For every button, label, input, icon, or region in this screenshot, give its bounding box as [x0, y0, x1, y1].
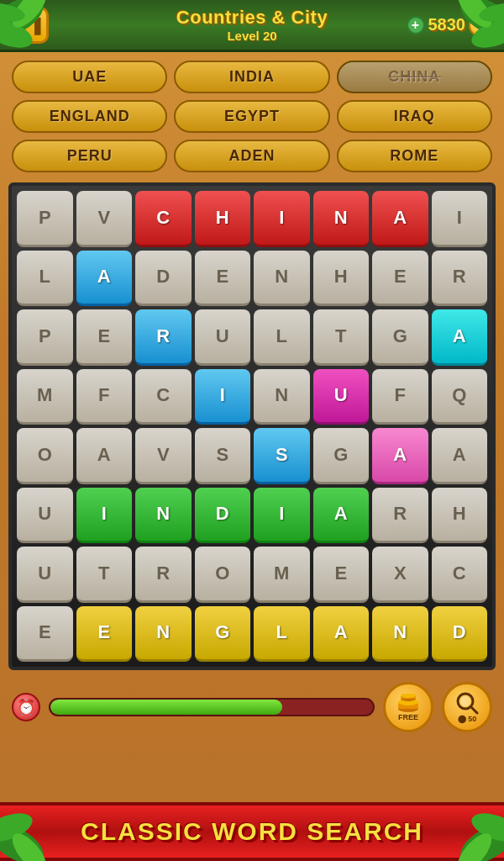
word-chip-india[interactable]: INDIA	[174, 61, 329, 93]
word-chip-text-india: INDIA	[229, 68, 275, 85]
grid-cell[interactable]: I	[76, 488, 133, 544]
grid-cell[interactable]: I	[254, 191, 310, 247]
title-area: Countries & City Level 20	[176, 7, 328, 43]
grid-cell[interactable]: N	[372, 606, 428, 663]
grid-cell[interactable]: V	[76, 191, 133, 247]
grid-cell[interactable]: R	[135, 309, 192, 366]
timer-icon: ⏰	[12, 693, 40, 721]
game-title: Countries & City	[176, 7, 328, 29]
grid-cell[interactable]: A	[313, 488, 370, 544]
grid-cell[interactable]: H	[432, 488, 488, 544]
grid-cell[interactable]: P	[17, 191, 73, 247]
word-chip-uae[interactable]: UAE	[12, 61, 167, 93]
word-chip-rome[interactable]: ROME	[337, 140, 492, 172]
grid-cell[interactable]: M	[254, 547, 310, 603]
grid-cell[interactable]: V	[135, 428, 192, 484]
grid-cell[interactable]: F	[372, 369, 428, 425]
bottom-bar: ⏰ FREE ⬤ 50	[0, 673, 504, 741]
grid-cell[interactable]: C	[135, 191, 192, 247]
grid-cell[interactable]: L	[254, 309, 310, 366]
grid-cell[interactable]: L	[254, 606, 310, 663]
grid-cell[interactable]: U	[195, 309, 251, 366]
word-chip-china[interactable]: CHINA	[337, 61, 492, 93]
grid-cell[interactable]: H	[195, 191, 251, 247]
grid-cell[interactable]: S	[195, 428, 251, 484]
word-chip-text-uae: UAE	[72, 68, 107, 85]
svg-point-22	[460, 696, 470, 706]
word-chip-text-rome: ROME	[390, 147, 438, 164]
free-coins-button[interactable]: FREE	[383, 682, 433, 732]
grid-cell[interactable]: I	[254, 488, 310, 544]
grid-cell[interactable]: C	[432, 547, 488, 603]
grid-cell[interactable]: N	[135, 606, 192, 663]
grid-cell[interactable]: E	[313, 547, 370, 603]
pause-icon: ❚❚	[14, 15, 46, 35]
grid-cell[interactable]: N	[254, 251, 310, 307]
grid-cell[interactable]: E	[76, 309, 133, 366]
grid-cell[interactable]: E	[17, 606, 73, 663]
word-chip-text-iraq: IRAQ	[394, 108, 435, 124]
grid-cell[interactable]: X	[372, 547, 428, 603]
grid-cell[interactable]: D	[195, 488, 251, 544]
grid-cell[interactable]: E	[372, 251, 428, 307]
letter-grid: PVCHINAILADENHERPERULTGAMFCINUFQOAVSSGAA…	[17, 191, 487, 662]
grid-cell[interactable]: D	[135, 251, 192, 307]
word-chip-peru[interactable]: PERU	[12, 140, 167, 172]
grid-cell[interactable]: A	[432, 428, 488, 484]
banner-text: CLASSIC WORD SEARCH	[81, 817, 423, 845]
grid-cell[interactable]: G	[372, 309, 428, 366]
pause-button[interactable]: ❚❚	[12, 7, 49, 44]
hint-search-button[interactable]: ⬤ 50	[442, 682, 492, 732]
grid-cell[interactable]: O	[17, 428, 73, 484]
grid-cell[interactable]: O	[195, 547, 251, 603]
grid-cell[interactable]: G	[195, 606, 251, 663]
header: ❚❚ Countries & City Level 20 + 5830	[0, 0, 504, 52]
grid-cell[interactable]: R	[372, 488, 428, 544]
grid-cell[interactable]: N	[313, 191, 370, 247]
grid-cell[interactable]: C	[135, 369, 192, 425]
word-chip-england[interactable]: ENGLAND	[12, 100, 167, 133]
grid-cell[interactable]: G	[313, 428, 370, 484]
grid-cell[interactable]: A	[372, 191, 428, 247]
hint-cost: ⬤ 50	[458, 715, 477, 723]
grid-cell[interactable]: L	[17, 251, 73, 307]
grid-cell[interactable]: I	[195, 369, 251, 425]
word-chip-aden[interactable]: ADEN	[174, 140, 329, 172]
word-chip-egypt[interactable]: EGYPT	[174, 100, 329, 133]
level-label: Level 20	[176, 29, 328, 43]
progress-fill	[50, 700, 282, 715]
grid-cell[interactable]: H	[313, 251, 370, 307]
word-chip-text-peru: PERU	[67, 147, 113, 164]
grid-cell[interactable]: T	[76, 547, 133, 603]
grid-cell[interactable]: U	[17, 547, 73, 603]
grid-cell[interactable]: A	[313, 606, 370, 663]
grid-cell[interactable]: N	[135, 488, 192, 544]
word-chip-text-england: ENGLAND	[50, 108, 130, 124]
grid-cell[interactable]: N	[254, 369, 310, 425]
grid-cell[interactable]: I	[432, 191, 488, 247]
coin-count: 5830	[428, 15, 466, 34]
add-coins-button[interactable]: +	[407, 16, 425, 34]
word-chip-text-egypt: EGYPT	[224, 108, 280, 124]
grid-cell[interactable]: A	[432, 309, 488, 366]
coin-icon	[469, 13, 492, 37]
grid-cell[interactable]: S	[254, 428, 310, 484]
grid-cell[interactable]: P	[17, 309, 73, 366]
grid-cell[interactable]: A	[76, 428, 133, 484]
grid-cell[interactable]: M	[17, 369, 73, 425]
grid-cell[interactable]: A	[76, 251, 133, 307]
grid-cell[interactable]: R	[135, 547, 192, 603]
grid-cell[interactable]: F	[76, 369, 133, 425]
grid-cell[interactable]: R	[432, 251, 488, 307]
grid-cell[interactable]: D	[432, 606, 488, 663]
grid-cell[interactable]: E	[76, 606, 133, 663]
grid-cell[interactable]: U	[17, 488, 73, 544]
word-chip-iraq[interactable]: IRAQ	[337, 100, 492, 133]
magnifier-icon	[455, 691, 479, 715]
grid-cell[interactable]: Q	[432, 369, 488, 425]
grid-cell[interactable]: T	[313, 309, 370, 366]
grid-cell[interactable]: A	[372, 428, 428, 484]
grid-cell[interactable]: U	[313, 369, 370, 425]
grid-cell[interactable]: E	[195, 251, 251, 307]
svg-line-21	[471, 707, 477, 713]
